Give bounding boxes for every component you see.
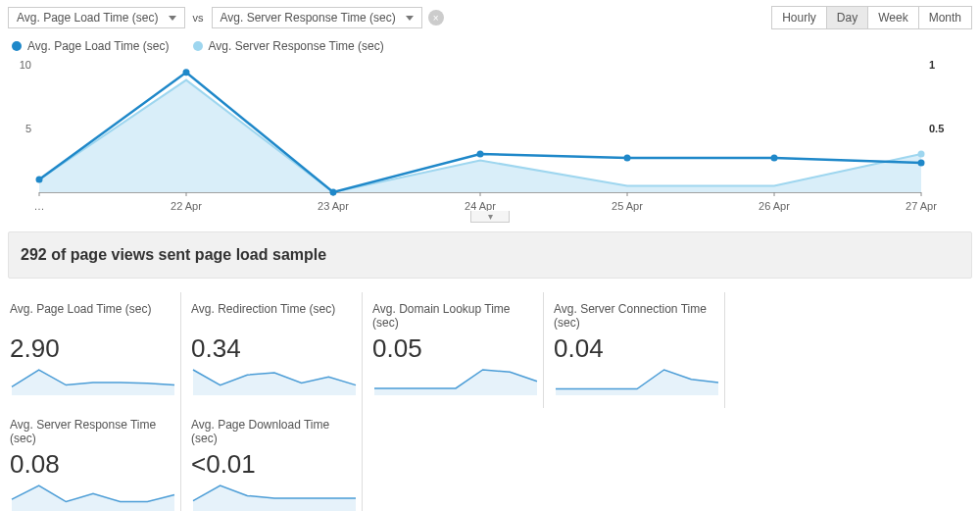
sparkline [10,368,176,397]
metric-card-value: 0.04 [554,332,714,364]
svg-text:10: 10 [20,59,31,71]
svg-text:0.5: 0.5 [929,123,944,134]
metric-card[interactable]: Avg. Page Download Time (sec) <0.01 [181,408,363,511]
svg-point-25 [918,160,925,167]
chart-expand-handle[interactable]: ▾ [470,211,510,223]
svg-point-24 [771,154,778,161]
sparkline [191,368,358,397]
svg-text:26 Apr: 26 Apr [759,200,790,212]
metric-card-label: Avg. Redirection Time (sec) [191,302,352,332]
metric-card-value: 0.08 [10,447,171,480]
metric-card-value: <0.01 [191,447,352,480]
svg-text:5: 5 [25,123,31,134]
metric-card-value: 2.90 [10,332,171,364]
metric-b-label: Avg. Server Response Time (sec) [220,11,396,25]
metric-selector-bar: Avg. Page Load Time (sec) vs Avg. Server… [0,0,980,35]
legend-item-a: Avg. Page Load Time (sec) [12,39,170,53]
metric-b-dropdown[interactable]: Avg. Server Response Time (sec) [212,7,422,28]
svg-text:22 Apr: 22 Apr [171,200,202,212]
metric-card[interactable]: Avg. Redirection Time (sec) 0.34 [181,292,363,408]
metric-card-label: Avg. Server Connection Time (sec) [554,302,714,332]
chevron-down-icon [169,16,176,21]
period-week[interactable]: Week [867,6,918,29]
metric-card-label: Avg. Page Load Time (sec) [10,302,171,332]
metric-card[interactable]: Avg. Domain Lookup Time (sec) 0.05 [363,292,544,408]
summary-bar: 292 of page views sent page load sample [8,231,972,279]
metric-card-value: 0.05 [372,332,533,364]
svg-point-26 [918,151,925,158]
svg-point-20 [183,69,190,76]
svg-text:…: … [34,200,45,212]
svg-point-23 [624,154,631,161]
legend-label-a: Avg. Page Load Time (sec) [27,39,170,53]
vs-label: vs [191,12,206,24]
chevron-down-icon [406,16,414,21]
legend-label-b: Avg. Server Response Time (sec) [209,39,384,53]
svg-text:23 Apr: 23 Apr [318,200,349,212]
metric-card-label: Avg. Page Download Time (sec) [191,418,352,447]
chart-legend: Avg. Page Load Time (sec) Avg. Server Re… [0,35,980,57]
metric-card-label: Avg. Server Response Time (sec) [10,418,171,447]
svg-point-19 [36,177,43,183]
metric-card-label: Avg. Domain Lookup Time (sec) [372,302,533,332]
period-hourly[interactable]: Hourly [771,6,827,29]
legend-item-b: Avg. Server Response Time (sec) [193,39,384,53]
sparkline [10,484,176,511]
main-chart: 5100.51…22 Apr23 Apr24 Apr25 Apr26 Apr27… [10,57,970,214]
period-toggle-group: Hourly Day Week Month [772,6,972,29]
legend-dot-a [12,41,22,51]
svg-text:25 Apr: 25 Apr [612,200,643,212]
period-day[interactable]: Day [826,6,868,29]
sparkline [372,368,539,397]
sparkline [191,484,358,511]
sparkline [554,368,720,397]
metric-cards: Avg. Page Load Time (sec) 2.90 Avg. Redi… [0,292,980,511]
svg-point-21 [330,189,337,196]
metric-a-dropdown[interactable]: Avg. Page Load Time (sec) [8,7,185,28]
svg-point-22 [477,151,484,158]
metric-card[interactable]: Avg. Server Connection Time (sec) 0.04 [544,292,725,408]
clear-comparison-icon[interactable]: × [428,10,444,26]
period-month[interactable]: Month [918,6,972,29]
svg-text:1: 1 [929,59,935,71]
summary-text: 292 of page views sent page load sample [21,246,959,264]
metric-card[interactable]: Avg. Page Load Time (sec) 2.90 [0,292,181,408]
legend-dot-b [193,41,203,51]
metric-card[interactable]: Avg. Server Response Time (sec) 0.08 [0,408,181,511]
metric-card-value: 0.34 [191,332,352,364]
main-chart-svg: 5100.51…22 Apr23 Apr24 Apr25 Apr26 Apr27… [10,57,970,214]
svg-text:27 Apr: 27 Apr [906,200,937,212]
metric-a-label: Avg. Page Load Time (sec) [17,11,159,25]
